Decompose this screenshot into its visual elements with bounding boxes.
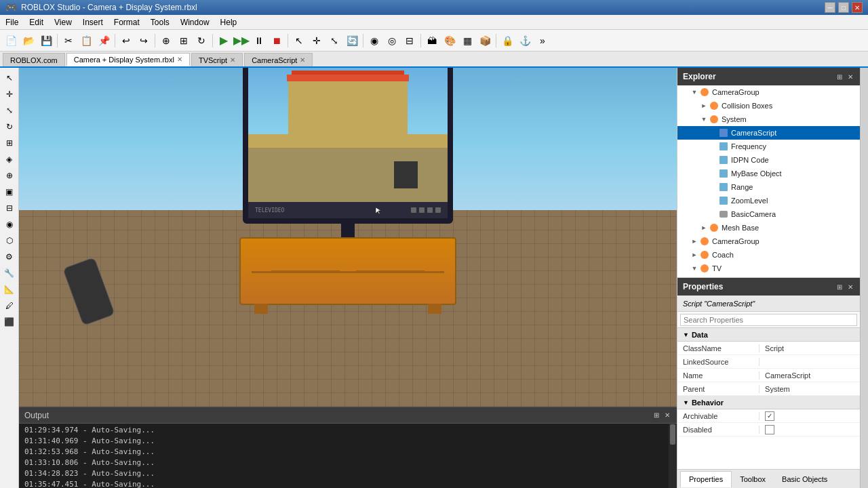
tree-item-basiccamera[interactable]: BasicCamera (677, 207, 860, 221)
tree-arrow: ▼ (690, 89, 699, 96)
output-scrollbar[interactable] (669, 424, 677, 488)
move-button[interactable]: ⊕ (158, 33, 174, 49)
material-button[interactable]: 🎨 (441, 33, 458, 49)
sidebar-scale-tool[interactable]: ⤡ (2, 103, 17, 118)
sidebar-rotate-tool[interactable]: ↻ (2, 119, 17, 134)
more-button[interactable]: » (534, 33, 551, 49)
bottom-tab-basic-objects[interactable]: Basic Objects (774, 471, 835, 487)
menu-window[interactable]: Window (175, 15, 215, 29)
tree-item-collision-boxes[interactable]: ► Collision Boxes (677, 99, 860, 113)
sidebar-tool13[interactable]: 🔧 (2, 266, 17, 281)
tree-item-tv[interactable]: ▼ TV (677, 262, 860, 275)
tree-item-mesh-base[interactable]: ► Mesh Base (677, 221, 860, 235)
bottom-tab-toolbox[interactable]: Toolbox (732, 471, 774, 487)
minimize-button[interactable]: ─ (825, 2, 835, 13)
tab-display-system-close[interactable]: ✕ (177, 56, 182, 63)
resize-button[interactable]: ⤡ (326, 33, 342, 49)
tree-item-coach[interactable]: ► Coach (677, 248, 860, 262)
output-popout-button[interactable]: ⊞ (652, 410, 660, 420)
tree-item-cameragroup2[interactable]: ► CameraGroup (677, 235, 860, 248)
paste-button[interactable]: 📌 (96, 33, 112, 49)
tree-item-range[interactable]: Range (677, 180, 860, 194)
prop-section-data[interactable]: ▼ Data (677, 328, 860, 342)
menu-edit[interactable]: Edit (24, 15, 49, 29)
redo-button[interactable]: ↪ (136, 33, 152, 49)
copy-button[interactable]: 📋 (78, 33, 94, 49)
tree-item-camerascript[interactable]: CameraScript (677, 126, 860, 140)
bottom-tab-properties[interactable]: Properties (680, 471, 732, 487)
script-icon (718, 127, 729, 138)
output-close-button[interactable]: ✕ (663, 410, 671, 420)
tab-camerascript[interactable]: CameraScript ✕ (244, 53, 313, 66)
sidebar-tool15[interactable]: 🖊 (2, 298, 17, 313)
maximize-button[interactable]: □ (838, 2, 849, 13)
prop-value-archivable[interactable] (760, 411, 860, 421)
properties-search-input[interactable] (680, 314, 857, 326)
tab-tvscript-close[interactable]: ✕ (230, 56, 235, 64)
prop-value-disabled[interactable] (760, 425, 860, 434)
model-button[interactable]: 📦 (477, 33, 493, 49)
separate-button[interactable]: ⊟ (401, 33, 418, 49)
sidebar-tool10[interactable]: ◉ (2, 217, 17, 232)
tab-robloxcom[interactable]: ROBLOX.com (3, 53, 65, 66)
snap-button[interactable]: 🔄 (344, 33, 360, 49)
explorer-close-button[interactable]: ✕ (846, 72, 854, 82)
save-button[interactable]: 💾 (38, 33, 54, 49)
new-button[interactable]: 📄 (3, 33, 19, 49)
archivable-checkbox[interactable] (765, 411, 774, 421)
tab-display-system[interactable]: Camera + Display System.rbxl ✕ (66, 53, 190, 66)
play-button[interactable]: ▶ (216, 33, 232, 49)
tree-item-frequency[interactable]: Frequency (677, 140, 860, 153)
tab-tvscript[interactable]: TVScript ✕ (191, 53, 243, 66)
undo-button[interactable]: ↩ (118, 33, 134, 49)
sidebar-tool5[interactable]: ⊞ (2, 136, 17, 150)
sidebar-select-tool[interactable]: ↖ (2, 70, 17, 85)
sidebar-tool11[interactable]: ⬡ (2, 233, 17, 248)
rotate-button[interactable]: ↻ (193, 33, 210, 49)
menu-insert[interactable]: Insert (77, 15, 108, 29)
cut-button[interactable]: ✂ (60, 33, 77, 49)
stop-button[interactable]: ⏹ (269, 33, 285, 49)
transform-button[interactable]: ✛ (309, 33, 325, 49)
menu-format[interactable]: Format (108, 15, 145, 29)
sidebar-tool6[interactable]: ◈ (2, 152, 17, 167)
negate-button[interactable]: ◎ (384, 33, 400, 49)
pause-button[interactable]: ⏸ (251, 33, 267, 49)
properties-close-button[interactable]: ✕ (846, 282, 854, 292)
scale-button[interactable]: ⊞ (176, 33, 192, 49)
lock-button[interactable]: 🔒 (499, 33, 515, 49)
select-button[interactable]: ↖ (291, 33, 307, 49)
prop-section-behavior[interactable]: ▼ Behavior (677, 396, 860, 409)
viewport-canvas[interactable]: TELEVIDEO (19, 68, 677, 407)
disabled-checkbox[interactable] (765, 425, 774, 434)
cabinet-leg-left (254, 304, 268, 314)
menu-file[interactable]: File (0, 15, 24, 29)
properties-popout-button[interactable]: ⊞ (835, 282, 844, 292)
menu-help[interactable]: Help (215, 15, 243, 29)
sidebar-move-tool[interactable]: ✛ (2, 87, 17, 102)
sidebar-tool9[interactable]: ⊟ (2, 201, 17, 216)
sidebar-tool8[interactable]: ▣ (2, 184, 17, 199)
output-scroll-thumb[interactable] (670, 424, 675, 445)
playclient-button[interactable]: ▶▶ (233, 33, 250, 49)
sidebar-tool12[interactable]: ⚙ (2, 249, 17, 264)
close-button[interactable]: ✕ (852, 2, 863, 13)
union-button[interactable]: ◉ (366, 33, 382, 49)
sidebar-tool7[interactable]: ⊕ (2, 168, 17, 183)
tab-camerascript-close[interactable]: ✕ (300, 56, 305, 64)
tree-item-zoomlevel[interactable]: ZoomLevel (677, 194, 860, 207)
surface-button[interactable]: ▦ (459, 33, 475, 49)
tree-item-idpn-code[interactable]: IDPN Code (677, 153, 860, 167)
sidebar-tool16[interactable]: ⬛ (2, 314, 17, 329)
terrain-button[interactable]: 🏔 (424, 33, 440, 49)
anchor-button[interactable]: ⚓ (517, 33, 533, 49)
explorer-popout-button[interactable]: ⊞ (835, 72, 844, 82)
tree-item-system[interactable]: ▼ System (677, 113, 860, 126)
menu-tools[interactable]: Tools (145, 15, 175, 29)
sidebar-tool14[interactable]: 📐 (2, 282, 17, 297)
viewport[interactable]: TELEVIDEO (19, 68, 677, 407)
tree-item-mybase-object[interactable]: MyBase Object (677, 167, 860, 180)
open-button[interactable]: 📂 (20, 33, 37, 49)
tree-item-cameragroup-root[interactable]: ▼ CameraGroup (677, 85, 860, 99)
menu-view[interactable]: View (49, 15, 77, 29)
